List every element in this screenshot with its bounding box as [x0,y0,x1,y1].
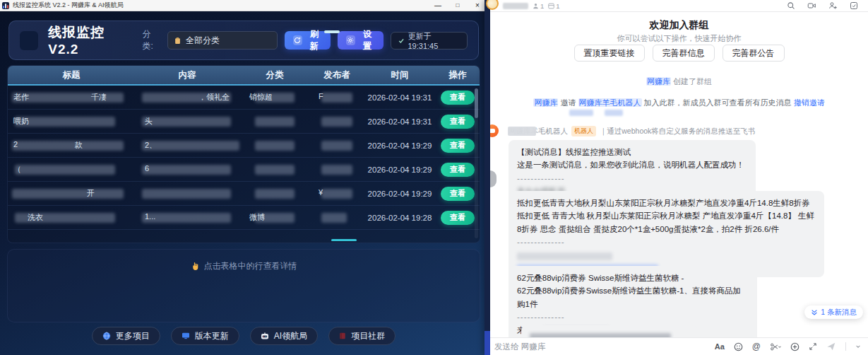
view-button[interactable]: 查看 [441,139,475,153]
last-updated-badge: 更新于 19:31:45 [391,32,468,50]
font-format-icon[interactable]: Aa [715,342,725,351]
view-button[interactable]: 查看 [441,211,475,225]
bot-name: 网赚库羊毛机器人 [509,127,568,136]
new-message-badge[interactable]: 1 条新消息 [804,305,863,319]
publisher-cell: ¥ [310,182,364,205]
globe-icon [102,332,111,340]
pin-link-button[interactable]: 置顶重要链接 [574,45,645,62]
send-options-chevron-icon[interactable] [855,344,861,349]
title-fragment: 2 [13,140,18,149]
view-button[interactable]: 查看 [441,115,475,129]
tab-count[interactable]: 1 [548,2,559,10]
maximize-button[interactable]: □ [448,0,468,11]
mention-icon[interactable]: @ [752,342,761,351]
category-label: 分类: [143,28,161,52]
table-row[interactable]: （ 6 2026-02-04 19:29 查看 [8,158,480,182]
column-header-title[interactable]: 标题 [8,66,135,84]
column-header-publisher[interactable]: 发布者 [310,66,364,84]
column-header-action[interactable]: 操作 [436,66,480,84]
title-cell: 开 [8,182,135,205]
bot-message-meta: 网赚库羊毛机器人 机器人 ｜通过webhook将自定义服务的消息推送至飞书 [509,126,755,136]
group-announcement-button[interactable]: 完善群公告 [723,45,785,62]
time-cell: 2026-02-04 19:29 [364,134,436,157]
action-cell: 查看 [436,134,480,157]
invite-line: 网赚库 邀请 网赚库羊毛机器人 加入此群，新成员入群可查看所有历史消息 撤销邀请 [490,98,868,108]
table-scrollbar[interactable] [475,88,478,238]
community-button[interactable]: 项目社群 [328,327,396,345]
category-fragment: 销惊超 [249,92,273,103]
title-fragment: 喂奶 [13,116,29,127]
table-row[interactable]: 喂奶 头 2026-02-04 19:31 查看 [8,110,480,134]
page-title: 线报监控 V2.2 [48,23,135,57]
chat-message-partial[interactable] [521,325,698,337]
composer-placeholder[interactable]: 发送给 网赚库 [494,342,545,352]
book-icon [339,332,346,339]
view-button[interactable]: 查看 [441,91,475,105]
chat-message[interactable]: 抵扣更低青青大地秋月梨山东莱阳正宗秋月冰糖梨产地直发净重4斤14.8生鲜8折券 … [509,191,824,277]
app-rail [484,0,490,355]
publisher-cell [310,206,364,229]
rail-app-icon[interactable] [484,331,490,355]
content-fragment: ，领礼全 [198,92,230,103]
redacted-block [142,189,231,199]
column-header-time[interactable]: 时间 [364,66,436,84]
category-cell [239,134,310,157]
invitee-link[interactable]: 网赚库羊毛机器人 [578,98,642,107]
add-member-icon[interactable] [828,1,838,10]
tasks-icon[interactable] [850,1,858,10]
inviter-link[interactable]: 网赚库 [533,98,558,107]
category-select[interactable]: 全部分类 [167,31,278,50]
emoji-icon[interactable] [734,342,743,351]
content-cell: 2、 [135,134,239,157]
table-row[interactable]: 老作千凄 ，领礼全 销惊超 F 2026-02-04 19:31 查看 [8,86,480,110]
more-projects-button[interactable]: 更多项目 [92,327,160,345]
group-name-redacted [503,3,528,9]
refresh-button[interactable]: 刷新 [285,31,331,50]
scrollbar-thumb[interactable] [475,88,478,118]
expand-icon[interactable] [809,342,817,351]
send-icon[interactable] [826,342,836,351]
title-fragment: 开 [87,188,95,199]
publisher-fragment: ¥ [319,188,323,197]
content-fragment: 6 [145,164,149,173]
content-fragment: 1... [145,212,155,221]
action-cell: 查看 [436,86,480,109]
screenshot-scissors-icon[interactable] [770,342,781,351]
group-info-button[interactable]: 完善群信息 [653,45,715,62]
title-cell: 喂奶 [8,110,135,133]
redacted-block [569,110,593,116]
category-fragment: 微博 [249,212,265,223]
version-update-button[interactable]: 版本更新 [171,327,239,345]
title-cell: 洗衣 [8,206,135,229]
table-row[interactable]: 洗衣 1... 微博 2026-02-04 19:28 查看 [8,206,480,230]
table-row[interactable]: 2款 2、 2026-02-04 19:29 查看 [8,134,480,158]
creator-link[interactable]: 网赚库 [646,77,671,86]
view-button[interactable]: 查看 [441,187,475,201]
time-cell: 2026-02-04 19:31 [364,86,436,109]
settings-button[interactable]: 设置 [338,31,384,50]
table-row[interactable]: 开 ¥ 2026-02-04 19:29 查看 [8,182,480,206]
attach-plus-icon[interactable] [790,342,799,351]
view-button[interactable]: 查看 [441,163,475,177]
redacted-block [321,141,352,151]
ai-nav-button[interactable]: AI领航局 [250,327,318,345]
category-value: 全部分类 [186,35,220,47]
minimize-button[interactable]: — [428,0,448,11]
redacted-block [255,117,295,127]
column-header-content[interactable]: 内容 [135,66,239,84]
redacted-block [321,117,352,127]
person-icon [533,3,539,9]
chevron-double-down-icon [811,309,818,316]
content-cell [135,182,239,205]
bot-avatar[interactable] [490,124,499,137]
search-icon[interactable] [787,1,795,10]
table-header-row: 标题 内容 分类 发布者 时间 操作 [8,66,480,86]
title-fragment: （ [13,164,21,175]
title-fragment: 老作 [13,92,29,103]
robot-icon [261,332,269,339]
message-composer[interactable]: 发送给 网赚库 Aa @ [490,337,868,355]
column-header-category[interactable]: 分类 [239,66,310,84]
revoke-invite-link[interactable]: 撤销邀请 [794,98,825,107]
video-call-icon[interactable] [807,1,816,10]
member-count[interactable]: 1 [533,2,544,10]
